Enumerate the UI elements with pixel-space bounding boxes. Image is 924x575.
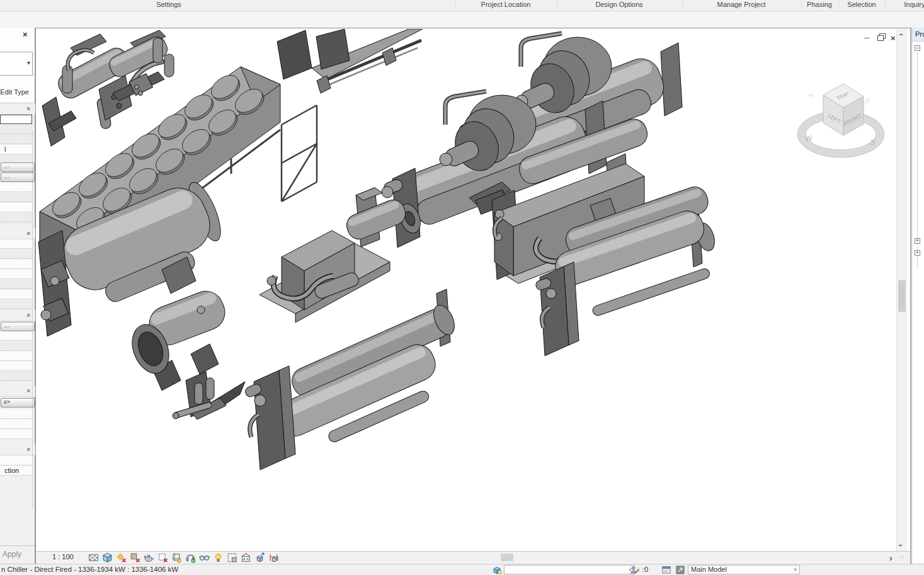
ribbon-panel-design-options[interactable]: Design Options	[595, 1, 642, 8]
type-selector-combo[interactable]: ▾	[0, 52, 33, 76]
show-analytical-model-icon[interactable]	[241, 552, 251, 563]
apply-button[interactable]: Apply	[3, 550, 21, 559]
param-value-cell[interactable]	[0, 341, 32, 351]
crop-view-off-icon[interactable]	[157, 552, 168, 563]
resize-grip-icon[interactable]: ∷	[900, 554, 904, 561]
shadows-off-icon[interactable]	[130, 552, 140, 563]
panel-divider	[838, 1, 839, 9]
panel-divider	[455, 1, 456, 9]
param-section-header[interactable]: «	[0, 444, 35, 455]
param-section-header[interactable]: «	[0, 228, 35, 239]
scroll-left-icon[interactable]: ‹	[276, 553, 279, 563]
scroll-up-icon[interactable]: ›	[896, 33, 905, 36]
design-options-dialog-icon[interactable]	[661, 565, 671, 575]
compass-east[interactable]: E	[864, 96, 872, 105]
horizontal-scrollbar-thumb[interactable]	[501, 554, 513, 561]
param-browse-button[interactable]: …	[1, 173, 35, 182]
active-workset-dropdown[interactable]: ∨	[504, 565, 635, 574]
param-value-cell[interactable]	[0, 331, 32, 341]
ribbon-panel-phasing[interactable]: Phasing	[807, 1, 832, 8]
scroll-right-icon[interactable]: ›	[889, 553, 893, 563]
edit-type-button[interactable]: Edit Type	[0, 88, 29, 96]
equipment-shell-tube-exchanger-center[interactable]	[244, 289, 459, 470]
param-browse-button[interactable]: …	[1, 162, 35, 172]
param-value-cell[interactable]	[0, 430, 32, 439]
viewcube[interactable]: W S N E TOP LEFT FRONT	[797, 76, 885, 158]
param-value-cell[interactable]	[0, 115, 32, 124]
param-value-cell[interactable]	[0, 372, 32, 381]
vertical-scrollbar[interactable]: › ›	[896, 29, 907, 551]
collapse-section-icon[interactable]: «	[26, 107, 33, 111]
param-value-cell[interactable]	[0, 270, 32, 279]
reveal-hidden-elements-icon[interactable]	[213, 552, 224, 563]
param-value-cell[interactable]	[0, 351, 32, 361]
param-section-header[interactable]: «	[0, 103, 35, 115]
ribbon-panel-manage-project[interactable]: Manage Project	[717, 1, 765, 8]
param-value-cell[interactable]: ction	[0, 466, 32, 475]
param-value-cell[interactable]	[0, 239, 32, 249]
param-value-cell[interactable]	[0, 280, 32, 289]
unlocked-3d-view-icon[interactable]	[185, 552, 196, 563]
drawing-area-3d-view[interactable]: ─ × W S N E TOP LEFT FRONT ›	[35, 28, 911, 564]
param-value-cell[interactable]	[0, 203, 32, 212]
equipment-compact-chiller[interactable]	[260, 188, 409, 322]
scroll-down-icon[interactable]: ›	[896, 544, 905, 547]
ribbon-panel-settings[interactable]: Settings	[156, 1, 181, 8]
restore-icon[interactable]	[877, 33, 887, 42]
param-value-cell[interactable]	[0, 419, 32, 429]
param-value-cell[interactable]	[0, 409, 32, 419]
param-section-header[interactable]: «	[0, 310, 35, 321]
show-crop-region-icon[interactable]	[171, 552, 182, 563]
param-value-button[interactable]: e>	[1, 398, 35, 407]
visual-style-icon[interactable]	[102, 552, 113, 563]
equipment-cut-off-unit-top[interactable]	[277, 29, 423, 93]
param-value-cell[interactable]	[0, 259, 32, 269]
param-value-cell[interactable]	[0, 213, 32, 222]
design-options-inactive-icon[interactable]	[675, 565, 685, 575]
minimize-icon[interactable]: ─	[864, 33, 874, 42]
detail-level-icon[interactable]	[88, 552, 99, 563]
param-value-cell[interactable]	[0, 300, 32, 309]
param-value-cell[interactable]	[0, 183, 32, 192]
highlight-displacement-sets-icon[interactable]	[254, 552, 265, 563]
compass-west[interactable]: W	[804, 134, 814, 144]
compass-north[interactable]: N	[807, 91, 816, 100]
editing-requests-count[interactable]: :0	[642, 566, 648, 573]
param-section-header[interactable]: «	[0, 385, 35, 397]
temporary-view-properties-icon[interactable]	[227, 552, 237, 563]
param-browse-button[interactable]: …	[1, 322, 35, 331]
show-rendering-dialog-icon[interactable]	[144, 552, 154, 563]
dropdown-arrow-icon[interactable]: ∨	[793, 566, 797, 574]
grid-column-divider	[32, 131, 33, 509]
project-browser-title[interactable]: Pro	[912, 28, 924, 42]
palette-close-icon[interactable]: ×	[23, 30, 28, 39]
ribbon-panel-project-location[interactable]: Project Location	[481, 1, 531, 8]
param-value-cell[interactable]	[0, 249, 32, 259]
param-value-cell[interactable]	[0, 125, 32, 134]
param-value-cell[interactable]	[0, 290, 32, 299]
worksets-icon[interactable]	[492, 565, 502, 575]
scale-button[interactable]: 1 : 100	[52, 553, 74, 561]
tree-expand-icon[interactable]: +	[915, 238, 920, 244]
horizontal-scrollbar[interactable]	[284, 552, 887, 562]
param-value-cell[interactable]: l	[0, 145, 32, 154]
model-canvas[interactable]	[36, 29, 896, 550]
equipment-burner-assembly[interactable]	[173, 372, 245, 419]
param-value-cell[interactable]	[0, 135, 32, 144]
param-value-cell[interactable]	[0, 456, 32, 465]
temporary-hide-isolate-icon[interactable]	[199, 552, 210, 563]
view-control-bar: 1 : 100 ‹ › ∷	[36, 551, 910, 563]
sun-path-off-icon[interactable]	[116, 552, 127, 563]
ribbon-panel-inquiry[interactable]: Inquiry	[904, 1, 924, 8]
properties-palette: × ▾ Edit Type « l … … « « … «	[0, 28, 35, 564]
equipment-receiver-tank[interactable]	[125, 286, 230, 390]
vertical-scrollbar-thumb[interactable]	[898, 280, 906, 312]
active-design-option-dropdown[interactable]: Main Model ∨	[688, 565, 800, 574]
editing-requests-icon[interactable]	[630, 565, 640, 575]
type-selector-dropdown-icon[interactable]: ▾	[27, 59, 30, 66]
tree-expand-icon[interactable]: +	[915, 250, 920, 256]
param-value-cell[interactable]	[0, 362, 32, 371]
ribbon-panel-selection[interactable]: Selection	[847, 1, 876, 8]
tree-collapse-icon[interactable]: −	[915, 45, 920, 51]
param-value-cell[interactable]	[0, 193, 32, 202]
